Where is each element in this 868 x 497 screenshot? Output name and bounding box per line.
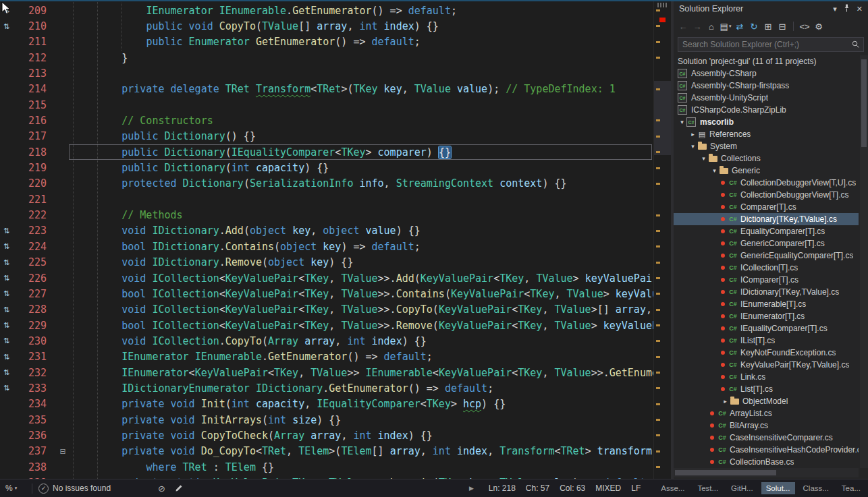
tool-window-tab[interactable]: GitH...	[726, 482, 758, 494]
line-number[interactable]: 216	[20, 115, 53, 127]
tree-item[interactable]: C#CollectionBase.cs	[674, 456, 859, 468]
code-line[interactable]: 235 private void InitArrays(int size) {}	[0, 412, 653, 428]
nav-back-icon[interactable]: ←	[677, 20, 689, 32]
line-number[interactable]: 233	[20, 382, 53, 394]
home-icon[interactable]: ⌂	[705, 20, 717, 32]
code-line[interactable]: ⇅225 void IDictionary.Remove(object key)…	[0, 255, 653, 270]
line-number[interactable]: 237	[20, 445, 53, 457]
refresh-icon[interactable]: ↻	[748, 20, 760, 32]
tree-vertical-scrollbar[interactable]	[860, 55, 868, 468]
line-number[interactable]: 226	[20, 272, 53, 285]
line-number[interactable]: 227	[20, 288, 53, 300]
line-number[interactable]: 210	[20, 20, 53, 32]
tree-item[interactable]: C#IComparer[T].cs	[674, 274, 859, 286]
scrollbar-thumb[interactable]	[861, 59, 867, 147]
line-number[interactable]: 235	[20, 414, 53, 426]
window-menu-icon[interactable]: ▾	[833, 5, 837, 13]
pencil-icon[interactable]	[175, 484, 183, 492]
column-indicator[interactable]: Col: 63	[560, 484, 585, 493]
code-line[interactable]: 234 private void Init(int capacity, IEqu…	[0, 397, 653, 412]
tree-item[interactable]: Solution 'project-gui' (11 of 11 project…	[674, 55, 859, 67]
tree-item[interactable]: C#Assembly-CSharp-firstpass	[674, 80, 859, 92]
code-line[interactable]: 220 protected Dictionary(SerializationIn…	[0, 176, 653, 192]
line-number[interactable]: 228	[20, 303, 53, 316]
tree-item[interactable]: C#GenericComparer[T].cs	[674, 237, 859, 250]
eol-indicator[interactable]: LF	[631, 484, 641, 493]
code-line[interactable]: ⇅232 IEnumerator<KeyValuePair<TKey, TVal…	[0, 365, 653, 380]
code-line[interactable]: ⇅229 bool ICollection<KeyValuePair<TKey,…	[0, 318, 653, 333]
scrollbar-thumb[interactable]	[675, 470, 776, 475]
line-indicator[interactable]: Ln: 218	[489, 484, 516, 493]
tree-item[interactable]: C#BitArray.cs	[674, 419, 859, 432]
code-line[interactable]: ⇅224 bool IDictionary.Contains(object ke…	[0, 239, 653, 254]
line-number[interactable]: 230	[20, 335, 53, 347]
code-line[interactable]: 213	[0, 65, 653, 81]
code-line[interactable]: ⇅210 public void CopyTo(TValue[] array, …	[0, 18, 653, 34]
nav-forward-icon[interactable]: →	[691, 20, 703, 32]
code-line[interactable]: ⇅223 void IDictionary.Add(object key, ob…	[0, 223, 653, 239]
chevron-expanded-icon[interactable]: ▾	[699, 155, 708, 162]
tool-window-tab[interactable]: Class...	[798, 482, 834, 494]
tree-item[interactable]: ▾Collections	[674, 152, 859, 165]
zoom-control[interactable]: % ▾	[5, 484, 26, 493]
code-analysis-icon[interactable]: ⊘	[158, 484, 165, 494]
tree-item[interactable]: C#IEnumerable[T].cs	[674, 298, 859, 310]
tree-item[interactable]: C#IEnumerator[T].cs	[674, 310, 859, 322]
line-number[interactable]: 236	[20, 430, 53, 442]
code-line[interactable]: 217 public Dictionary() {}	[0, 129, 653, 144]
override-indicator-icon[interactable]: ⇅	[0, 23, 20, 30]
line-number[interactable]: 224	[20, 241, 53, 253]
tree-horizontal-scrollbar[interactable]	[674, 468, 859, 477]
tree-item[interactable]: C#IEqualityComparer[T].cs	[674, 322, 859, 334]
tree-item[interactable]: C#CollectionDebuggerView[T,U].cs	[674, 177, 859, 189]
tree-item[interactable]: C#GenericEqualityComparer[T].cs	[674, 250, 859, 262]
issues-status[interactable]: ✓ No issues found	[38, 484, 111, 494]
code-line[interactable]: 219 public Dictionary(int capacity) {}	[0, 160, 653, 175]
tree-item[interactable]: C#List[T].cs	[674, 383, 859, 395]
nest-files-icon[interactable]: ⊞	[762, 20, 774, 32]
code-line[interactable]: 215	[0, 97, 653, 113]
tool-window-tab[interactable]: Tea...	[837, 482, 865, 494]
line-number[interactable]: 218	[20, 146, 53, 158]
code-line[interactable]: 221	[0, 192, 653, 207]
line-number[interactable]: 217	[20, 130, 53, 142]
fold-marker[interactable]: ⊟	[53, 447, 73, 456]
scroll-right-icon[interactable]: ▶	[469, 485, 474, 492]
line-number[interactable]: 212	[20, 52, 53, 64]
tree-item[interactable]: C#Dictionary[TKey,TValue].cs	[674, 213, 859, 225]
tree-item[interactable]: C#Link.cs	[674, 371, 859, 383]
override-indicator-icon[interactable]: ⇅	[0, 384, 20, 392]
encoding-indicator[interactable]: MIXED	[595, 484, 621, 493]
code-line[interactable]: ⇅228 void ICollection<KeyValuePair<TKey,…	[0, 302, 653, 318]
tree-item[interactable]: ▸▤References	[674, 128, 859, 140]
line-number[interactable]: 214	[20, 83, 53, 95]
override-indicator-icon[interactable]: ⇅	[0, 322, 20, 329]
line-number[interactable]: 215	[20, 99, 53, 111]
code-line[interactable]: 218 public Dictionary(IEqualityComparer<…	[0, 144, 653, 160]
override-indicator-icon[interactable]: ⇅	[0, 306, 20, 314]
collapse-all-icon[interactable]: ⊟	[776, 20, 788, 32]
line-number[interactable]: 223	[20, 225, 53, 237]
tree-item[interactable]: C#ICSharpCode.SharpZipLib	[674, 104, 859, 116]
code-line[interactable]: 214 private delegate TRet Transform<TRet…	[0, 82, 653, 97]
override-indicator-icon[interactable]: ⇅	[0, 274, 20, 282]
close-icon[interactable]: ✕	[857, 5, 863, 13]
chevron-expanded-icon[interactable]: ▾	[678, 119, 686, 125]
override-indicator-icon[interactable]: ⇅	[0, 369, 20, 376]
char-indicator[interactable]: Ch: 57	[526, 484, 549, 493]
line-number[interactable]: 221	[20, 194, 53, 206]
code-line[interactable]: ⇅227 bool ICollection<KeyValuePair<TKey,…	[0, 286, 653, 301]
override-indicator-icon[interactable]: ⇅	[0, 227, 20, 235]
override-indicator-icon[interactable]: ⇅	[0, 259, 20, 266]
tree-item[interactable]: C#ArrayList.cs	[674, 407, 859, 419]
line-number[interactable]: 229	[20, 320, 53, 332]
line-number[interactable]: 213	[20, 67, 53, 80]
code-line[interactable]: ⇅231 IEnumerator IEnumerable.GetEnumerat…	[0, 349, 653, 365]
line-number[interactable]: 238	[20, 461, 53, 473]
override-indicator-icon[interactable]: ⇅	[0, 290, 20, 297]
chevron-expanded-icon[interactable]: ▾	[688, 143, 697, 150]
tree-item[interactable]: C#Assembly-UnityScript	[674, 92, 859, 104]
code-line[interactable]: ⇅226 void ICollection<KeyValuePair<TKey,…	[0, 270, 653, 286]
tree-item[interactable]: C#IDictionary[TKey,TValue].cs	[674, 286, 859, 298]
code-line[interactable]: 212 }	[0, 50, 653, 65]
